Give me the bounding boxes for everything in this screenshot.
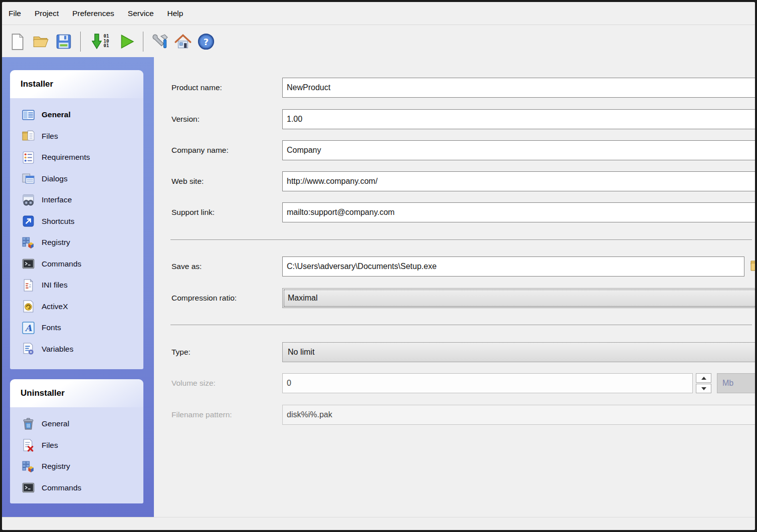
menu-bar: File Project Preferences Service Help	[2, 2, 755, 25]
toolbar-separator	[143, 32, 143, 52]
fonts-icon: A	[22, 321, 35, 335]
volume-size-input[interactable]	[282, 373, 693, 393]
version-input[interactable]	[282, 109, 757, 129]
version-label: Version:	[171, 109, 200, 129]
sidebar-item-label: INI files	[42, 281, 68, 290]
sidebar-item-activex[interactable]: ActiveX	[10, 296, 143, 318]
sidebar-item-shortcuts[interactable]: Shortcuts	[10, 211, 143, 232]
sidebar-item-label: Files	[42, 132, 58, 141]
sidebar-item-uninstall-general[interactable]: General	[10, 413, 143, 435]
home-button[interactable]	[171, 30, 195, 54]
volume-unit-select[interactable]: Mb	[717, 373, 757, 393]
arrow-down-icon	[701, 387, 706, 390]
sidebar-item-label: Registry	[42, 462, 70, 471]
registry-icon	[22, 236, 35, 249]
delete-file-icon	[22, 438, 35, 452]
files-icon	[22, 129, 35, 143]
company-name-input[interactable]	[282, 140, 757, 160]
sidebar-item-interface[interactable]: Interface	[10, 189, 143, 211]
installer-section-title: Installer	[10, 70, 143, 98]
sidebar-item-label: Variables	[42, 345, 73, 354]
web-site-label: Web site:	[171, 171, 204, 191]
new-project-button[interactable]	[6, 30, 29, 54]
web-site-row: Web site:	[171, 171, 752, 191]
company-name-row: Company name:	[171, 140, 752, 160]
menu-help[interactable]: Help	[167, 9, 183, 18]
save-project-button[interactable]	[52, 30, 75, 54]
section-divider	[170, 325, 752, 325]
sidebar-item-files[interactable]: Files	[10, 126, 143, 147]
general-settings-panel: Product name: Version: Company name: Web…	[154, 57, 755, 517]
volume-size-row: Volume size: Mb	[171, 373, 752, 393]
compression-ratio-row: Compression ratio: Maximal	[171, 288, 752, 308]
toolbar: 01 10 01 ?	[2, 26, 755, 57]
browse-folder-icon	[750, 258, 757, 275]
sidebar-item-variables[interactable]: Variables	[10, 339, 143, 360]
volume-unit-value: Mb	[722, 379, 756, 388]
compression-ratio-select[interactable]: Maximal	[282, 288, 757, 308]
sidebar-item-commands[interactable]: Commands	[10, 253, 143, 275]
menu-file[interactable]: File	[9, 9, 21, 18]
product-name-input[interactable]	[282, 78, 757, 98]
options-button[interactable]	[148, 30, 171, 54]
sidebar-item-dialogs[interactable]: Dialogs	[10, 168, 143, 190]
requirements-icon	[22, 151, 35, 164]
help-icon: ?	[197, 33, 215, 51]
sidebar-item-label: General	[42, 110, 71, 119]
type-row: Type: No limit	[171, 342, 752, 362]
sidebar-item-general[interactable]: General	[10, 104, 143, 126]
activex-icon	[22, 300, 35, 313]
sidebar-item-label: Commands	[42, 259, 81, 269]
compression-ratio-value: Maximal	[288, 294, 756, 303]
type-select[interactable]: No limit	[282, 342, 757, 362]
build-arrow-icon	[92, 33, 103, 50]
build-button[interactable]: 01 10 01	[86, 30, 115, 54]
trash-icon	[22, 417, 35, 431]
spinner-up-button[interactable]	[696, 373, 711, 383]
sidebar-item-label: ActiveX	[42, 302, 68, 311]
save-as-label: Save as:	[171, 256, 202, 277]
product-name-label: Product name:	[171, 78, 222, 98]
terminal-icon	[22, 481, 35, 494]
sidebar-item-requirements[interactable]: Requirements	[10, 147, 143, 168]
open-project-button[interactable]	[29, 30, 52, 54]
run-button[interactable]	[115, 30, 138, 54]
support-link-row: Support link:	[171, 202, 752, 222]
menu-preferences[interactable]: Preferences	[72, 9, 114, 18]
sidebar: Installer General Files Requirements Dia…	[2, 57, 154, 517]
help-button[interactable]: ?	[195, 30, 218, 54]
type-value: No limit	[288, 348, 756, 357]
sidebar-item-ini-files[interactable]: INI files	[10, 275, 143, 296]
browse-save-path-button[interactable]	[749, 257, 757, 276]
support-link-input[interactable]	[282, 202, 757, 222]
sidebar-item-fonts[interactable]: A Fonts	[10, 317, 143, 339]
sidebar-item-uninstall-commands[interactable]: Commands	[10, 477, 143, 499]
general-icon	[22, 108, 35, 122]
spinner-down-button[interactable]	[696, 384, 711, 393]
filename-pattern-input[interactable]	[282, 405, 757, 425]
type-label: Type:	[171, 342, 191, 362]
web-site-input[interactable]	[282, 171, 757, 191]
filename-pattern-row: Filename pattern:	[171, 405, 752, 425]
installer-panel: Installer General Files Requirements Dia…	[10, 70, 143, 369]
sidebar-item-registry[interactable]: Registry	[10, 232, 143, 253]
menu-service[interactable]: Service	[128, 9, 154, 18]
save-as-row: Save as:	[171, 256, 752, 277]
menu-project[interactable]: Project	[35, 9, 59, 18]
sidebar-item-label: Registry	[42, 238, 70, 247]
section-divider	[170, 239, 752, 240]
terminal-icon	[22, 257, 35, 271]
sidebar-item-uninstall-files[interactable]: Files	[10, 435, 143, 456]
sidebar-item-uninstall-registry[interactable]: Registry	[10, 456, 143, 477]
open-folder-icon	[32, 33, 50, 51]
sidebar-item-label: Files	[42, 441, 58, 450]
save-as-input[interactable]	[282, 256, 744, 277]
sidebar-item-label: Requirements	[42, 153, 90, 162]
status-bar	[2, 517, 755, 530]
tools-icon	[151, 33, 169, 51]
volume-size-stepper	[696, 373, 711, 393]
version-row: Version:	[171, 109, 752, 129]
ini-file-icon	[22, 279, 35, 292]
sidebar-item-label: Shortcuts	[42, 217, 74, 226]
sidebar-item-label: General	[42, 419, 69, 428]
